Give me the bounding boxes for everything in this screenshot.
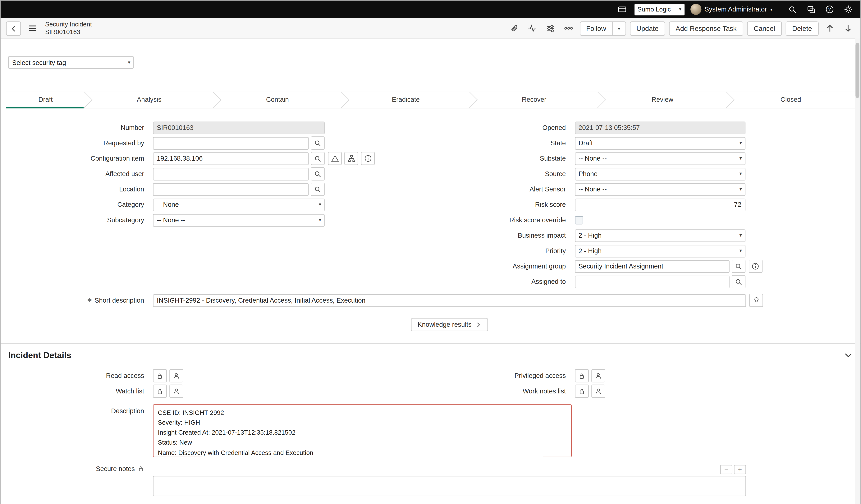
form-right-column: Opened State Draft▾ Substate -- None --▾… (430, 120, 855, 289)
security-tag-select[interactable]: Select security tag (8, 56, 134, 69)
work-notes-list-lock-button[interactable] (575, 385, 588, 398)
connect-chat-button[interactable] (804, 3, 818, 16)
privileged-access-edit-list-button[interactable] (591, 369, 605, 382)
assigned-to-label: Assigned to (430, 278, 575, 286)
assignment-group-lookup-button[interactable] (732, 260, 745, 273)
chevron-down-icon[interactable] (844, 351, 853, 360)
read-access-lock-button[interactable] (153, 369, 167, 382)
risk-score-override-checkbox[interactable] (575, 216, 583, 224)
priority-select[interactable]: 2 - High (575, 245, 745, 257)
back-button[interactable] (6, 21, 21, 36)
vertical-scrollbar[interactable] (855, 39, 860, 504)
business-impact-select[interactable]: 2 - High (575, 229, 745, 242)
lightbulb-icon (752, 297, 760, 304)
affected-user-lookup-button[interactable] (311, 167, 325, 180)
info-icon (752, 262, 759, 270)
requested-by-input[interactable] (153, 137, 309, 149)
risk-score-input[interactable] (575, 198, 745, 211)
requested-by-lookup-button[interactable] (311, 136, 325, 150)
help-button[interactable]: ? (823, 3, 836, 16)
location-input[interactable] (153, 183, 309, 196)
secure-notes-shrink-button[interactable]: − (720, 465, 732, 474)
secure-notes-grow-button[interactable]: + (734, 465, 746, 474)
stage-review[interactable]: Review (598, 92, 727, 108)
chevron-right-icon (476, 322, 481, 328)
stage-analysis[interactable]: Analysis (85, 92, 213, 108)
monitor-button[interactable] (615, 3, 629, 16)
navigate-up-button[interactable] (822, 21, 837, 36)
alert-sensor-select[interactable]: -- None -- (575, 183, 745, 196)
more-options-button[interactable] (561, 21, 576, 36)
field-secure-notes: Secure notes − + (6, 465, 855, 499)
work-notes-list-edit-list-button[interactable] (591, 385, 605, 398)
category-select[interactable]: -- None -- (153, 198, 325, 211)
watch-list-lock-button[interactable] (153, 385, 167, 398)
field-alert-sensor: Alert Sensor -- None --▾ (430, 181, 855, 197)
assignment-group-input[interactable] (575, 260, 729, 273)
location-lookup-button[interactable] (311, 182, 325, 196)
header-actions: Follow ▾ Update Add Response Task Cancel… (507, 21, 855, 36)
stage-eradicate[interactable]: Eradicate (342, 92, 470, 108)
field-substate: Substate -- None --▾ (430, 151, 855, 166)
subcategory-select[interactable]: -- None -- (153, 214, 325, 226)
knowledge-results-button[interactable]: Knowledge results (411, 318, 488, 331)
navigate-down-button[interactable] (841, 21, 855, 36)
source-select[interactable]: Phone (575, 167, 745, 180)
stage-recover[interactable]: Recover (470, 92, 598, 108)
location-label: Location (6, 186, 153, 193)
read-access-edit-list-button[interactable] (169, 369, 183, 382)
form-context-menu-button[interactable] (25, 21, 40, 36)
follow-button[interactable]: Follow (580, 21, 613, 36)
configuration-item-lookup-button[interactable] (311, 152, 325, 165)
update-button[interactable]: Update (630, 21, 665, 36)
arrow-down-icon (843, 24, 852, 33)
suggestion-button[interactable] (749, 294, 763, 307)
section-title: Incident Details (8, 351, 71, 360)
attachment-button[interactable] (507, 21, 521, 36)
ci-dependency-view-button[interactable] (344, 152, 358, 165)
incident-details-header[interactable]: Incident Details (1, 344, 860, 366)
privileged-access-lock-button[interactable] (575, 369, 588, 382)
stage-closed[interactable]: Closed (727, 92, 855, 108)
stage-draft[interactable]: Draft (6, 92, 85, 108)
configuration-item-input[interactable] (153, 152, 309, 165)
short-description-input[interactable] (153, 294, 746, 307)
activity-stream-button[interactable] (525, 21, 539, 36)
state-select[interactable]: Draft (575, 137, 745, 149)
follow-dropdown-button[interactable]: ▾ (613, 21, 626, 36)
watch-list-edit-list-button[interactable] (169, 385, 183, 398)
add-response-task-button[interactable]: Add Response Task (669, 21, 743, 36)
assignment-group-label: Assignment group (430, 262, 575, 270)
personalize-form-button[interactable] (543, 21, 558, 36)
number-input[interactable] (153, 121, 325, 134)
lock-icon (138, 465, 144, 472)
cancel-button[interactable]: Cancel (747, 21, 782, 36)
stage-contain[interactable]: Contain (213, 92, 342, 108)
opened-input[interactable] (575, 121, 745, 134)
substate-select[interactable]: -- None -- (575, 152, 745, 165)
assignment-group-info-button[interactable] (749, 260, 762, 273)
field-opened: Opened (430, 120, 855, 135)
settings-button[interactable] (842, 3, 855, 16)
chevron-down-icon: ▾ (618, 26, 620, 31)
security-tag-row: Select security tag ▾ (8, 56, 860, 69)
required-icon (87, 297, 92, 303)
app-picker-select[interactable]: Sumo Logic (634, 4, 685, 15)
record-title: Security Incident SIR0010163 (45, 21, 92, 36)
secure-notes-textarea[interactable] (153, 476, 746, 496)
field-state: State Draft▾ (430, 135, 855, 151)
global-search-button[interactable] (786, 3, 799, 16)
delete-button[interactable]: Delete (785, 21, 819, 36)
ci-info-button[interactable] (361, 152, 375, 165)
description-textarea[interactable]: CSE ID: INSIGHT-2992 Severity: HIGH Insi… (153, 404, 572, 457)
scrollbar-thumb[interactable] (856, 43, 859, 98)
description-label: Description (6, 404, 153, 415)
affected-user-input[interactable] (153, 167, 309, 180)
number-label: Number (6, 124, 153, 132)
field-risk-score: Risk score (430, 197, 855, 212)
user-menu[interactable]: System Administrator ▾ (690, 4, 773, 15)
ci-warning-button[interactable] (328, 152, 342, 165)
knowledge-results-label: Knowledge results (418, 321, 472, 328)
assigned-to-lookup-button[interactable] (732, 275, 745, 288)
assigned-to-input[interactable] (575, 275, 729, 288)
